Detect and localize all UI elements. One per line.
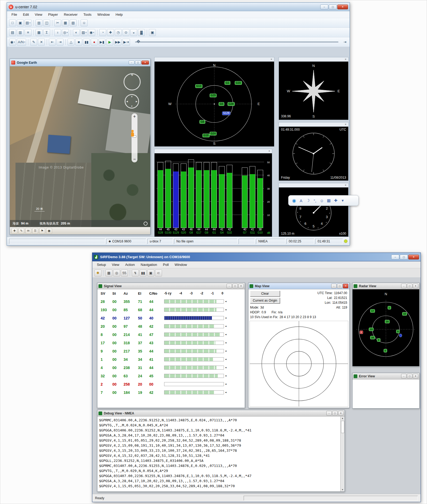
debug-minimize-button[interactable]: – (326, 411, 332, 415)
settings-icon[interactable]: ✱ (94, 270, 101, 277)
compass-view-icon[interactable]: ✚ (107, 29, 114, 36)
signal-maximize-button[interactable]: ▢ (232, 284, 238, 288)
street-view-person-body[interactable] (131, 132, 134, 137)
zoom-slider[interactable]: + − (132, 113, 137, 162)
sirf-minimize-button[interactable]: – (391, 255, 399, 259)
sirf-titlebar[interactable]: ▟ SiRFDemo 3.88 (Target SW: Unknown) on … (92, 253, 421, 261)
stop-icon[interactable]: ■ (75, 39, 82, 46)
jump-start-icon[interactable]: ⇤ (49, 39, 56, 46)
table-view-icon[interactable]: ▦ (35, 29, 42, 36)
debug-view-titlebar[interactable]: Debug View - NMEA – ▢ ✕ (97, 410, 345, 417)
scroll-thumb[interactable] (341, 421, 344, 433)
radar-close-button[interactable]: ✕ (413, 284, 418, 288)
dropdown-caret[interactable]: ▾ (67, 31, 68, 34)
radar-maximize-button[interactable]: ▢ (407, 284, 412, 288)
messages-view-icon[interactable]: ▤ (9, 29, 16, 36)
ime-logo-icon[interactable]: ◉ (291, 197, 297, 204)
signal-minimize-button[interactable]: – (227, 284, 232, 288)
ime-keyboard-icon[interactable]: ▦ (326, 197, 332, 204)
sky-view-icon[interactable]: ◔ (99, 29, 106, 36)
debug-maximize-button[interactable]: ▢ (332, 411, 338, 415)
save-file-icon[interactable]: ▣ (17, 19, 24, 26)
current-as-origin-button[interactable]: Current as Origin (250, 298, 280, 303)
dropdown-caret[interactable]: ▾ (93, 31, 94, 34)
ucenter-titlebar[interactable]: u u-center 7.02 – ▢ ✕ (7, 3, 350, 11)
ge-minimize-button[interactable]: – (129, 61, 135, 65)
ucenter-menu-tools[interactable]: Tools (80, 11, 94, 18)
dropdown-caret[interactable]: ▾ (14, 41, 15, 43)
ucenter-menu-help[interactable]: Help (113, 11, 126, 18)
paste-icon[interactable]: ▧ (70, 19, 77, 26)
ge-close-button[interactable]: ✕ (141, 61, 149, 65)
ge-restore-button[interactable]: ▢ (135, 61, 141, 65)
layers-icon[interactable]: ☰ (32, 228, 38, 234)
signal-bars-view-icon[interactable]: ▓ (138, 29, 145, 36)
text-console-icon[interactable]: ≡ (25, 29, 31, 36)
map-view-icon[interactable]: ♁ (54, 29, 61, 36)
layout-icon[interactable]: ▦ (105, 270, 112, 277)
edit-marker-icon[interactable]: ✎ (30, 39, 37, 46)
docking-windows-icon[interactable]: ▣ (149, 29, 156, 36)
binary-console-icon[interactable]: ▥ (17, 29, 24, 36)
compass-close-icon[interactable]: × (344, 58, 347, 61)
print-icon[interactable]: ▥ (35, 19, 42, 26)
street-view-person-icon[interactable] (131, 130, 134, 132)
sirf-maximize-button[interactable]: ▢ (400, 255, 408, 259)
clear-marker-icon[interactable]: ✕ (38, 39, 45, 46)
google-earth-view-icon[interactable]: ◐ (73, 29, 80, 36)
ascii-nmea-toggle-icon[interactable]: A/N▾ (17, 39, 26, 46)
ime-expand-icon[interactable]: ▾ (340, 197, 346, 204)
zoom-out-button[interactable]: − (133, 157, 136, 162)
look-joystick[interactable]: N (124, 73, 141, 90)
scroll-down-icon[interactable]: ▼ (342, 489, 344, 491)
sirf-menu-navigation[interactable]: Navigation (138, 262, 160, 268)
sirf-menu-view[interactable]: View (109, 262, 122, 268)
pan-icon[interactable]: ✚ (11, 228, 17, 234)
debug-scrollbar[interactable]: ▲ ▼ (340, 417, 345, 491)
zoom-in-button[interactable]: + (133, 114, 136, 119)
sirf-menu-action[interactable]: Action (122, 262, 138, 268)
open-file-icon[interactable]: ▤▾ (25, 19, 31, 26)
play-icon[interactable]: ▶ (106, 39, 113, 46)
signal-close-button[interactable]: ✕ (238, 284, 244, 288)
jump-end-icon[interactable]: ⇥ (57, 39, 64, 46)
error-close-button[interactable]: ✕ (413, 374, 418, 378)
sirf-menu-poll[interactable]: Poll (160, 262, 172, 268)
ime-punctuation-icon[interactable]: °, (312, 197, 318, 204)
ime-tools-icon[interactable]: ✚ (333, 197, 339, 204)
error-minimize-button[interactable]: – (401, 374, 406, 378)
target-icon[interactable]: ◎ (113, 270, 120, 277)
map-plot[interactable] (250, 321, 348, 407)
map-minimize-button[interactable]: – (331, 284, 337, 288)
new-file-icon[interactable]: □ (9, 19, 16, 26)
maximize-button[interactable]: ▢ (329, 5, 337, 9)
sirf-close-button[interactable]: ✕ (408, 255, 419, 259)
deviation-map-icon[interactable]: ◎▾ (62, 29, 69, 36)
speedometer-view-icon[interactable]: ◒ (130, 29, 137, 36)
ucenter-menu-player[interactable]: Player (45, 11, 61, 18)
ucenter-menu-edit[interactable]: Edit (20, 11, 32, 18)
log-save-icon[interactable]: ▣ (147, 270, 154, 277)
map-close-button[interactable]: ✕ (343, 284, 348, 288)
move-joystick[interactable]: ▲ ▼ ◀ ▶ (125, 94, 139, 109)
dropdown-caret[interactable]: ▾ (29, 22, 30, 24)
debug-close-button[interactable]: ✕ (338, 411, 343, 415)
eye-view-icon[interactable]: ◉▾ (9, 39, 16, 46)
ucenter-menu-receiver[interactable]: Receiver (61, 11, 80, 18)
eject-icon[interactable]: △ (68, 39, 74, 46)
fast-forward-icon[interactable]: ▶▶ (114, 39, 121, 46)
google-earth-titlebar[interactable]: Google Earth – ▢ ✕ (10, 59, 150, 66)
draw-icon[interactable]: ✎ (18, 228, 24, 234)
radar-view-titlebar[interactable]: Radar View – ▢ ✕ (353, 283, 419, 289)
save-icon[interactable]: ▣ (46, 228, 52, 234)
minimize-button[interactable]: – (320, 5, 328, 9)
print-preview-icon[interactable]: ◫ (43, 19, 50, 26)
altimeter-view-icon[interactable]: ⊙ (122, 29, 129, 36)
copy-icon[interactable]: ▦ (62, 19, 69, 26)
map-view-titlebar[interactable]: Map View – ▢ ✕ (248, 283, 349, 289)
cut-icon[interactable]: ✂ (54, 19, 61, 26)
close-button[interactable]: ✕ (337, 5, 348, 9)
error-maximize-button[interactable]: ▢ (407, 374, 412, 378)
pause-icon[interactable]: ▮▮ (83, 39, 90, 46)
pause-data-icon[interactable]: ▮▮ (140, 270, 147, 277)
